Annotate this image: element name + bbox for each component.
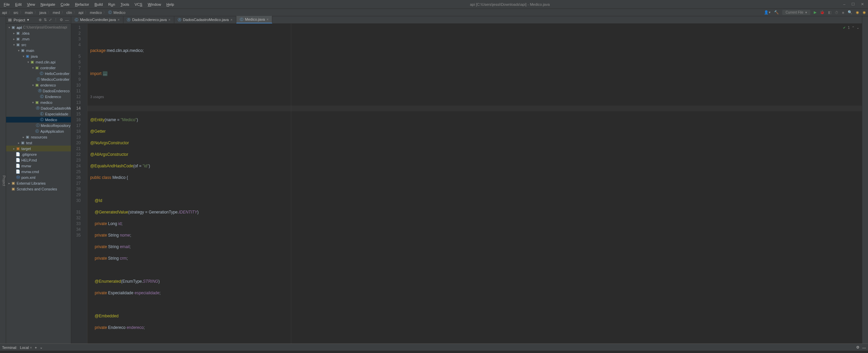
maximize-button[interactable]: ☐: [851, 2, 855, 6]
new-terminal-icon[interactable]: +: [35, 346, 37, 350]
user-icon[interactable]: 👤▾: [764, 10, 771, 15]
crumb[interactable]: med: [53, 11, 60, 15]
menu-window[interactable]: Window: [145, 1, 163, 7]
minimize-button[interactable]: –: [843, 2, 845, 6]
tree-node[interactable]: ⓇDadosEndereco: [6, 88, 71, 94]
sidebar-title: Project: [14, 18, 25, 22]
stop-icon[interactable]: ■: [842, 11, 844, 15]
menu-file[interactable]: File: [1, 1, 12, 7]
menu-tools[interactable]: Tools: [118, 1, 132, 7]
source-text[interactable]: ✔1⌃⌄ package med.clin.api.medico; import…: [87, 24, 862, 343]
crumb[interactable]: Medico: [113, 11, 125, 15]
tree-node[interactable]: ▸▣test: [6, 140, 71, 146]
tree-node[interactable]: ⒾMedicoRepository: [6, 123, 71, 128]
hide-icon[interactable]: —: [65, 18, 69, 22]
profile-icon[interactable]: ⏱: [835, 11, 839, 15]
menu-code[interactable]: Code: [58, 1, 72, 7]
collapse-icon[interactable]: ⤢: [49, 18, 52, 22]
build-icon[interactable]: 🔨: [774, 10, 779, 15]
close-icon[interactable]: ×: [267, 18, 269, 21]
close-button[interactable]: ✕: [861, 2, 864, 6]
debug-icon[interactable]: 🐞: [820, 10, 825, 15]
inspection-widget[interactable]: ✔1⌃⌄: [843, 25, 859, 31]
fold-gutter[interactable]: [83, 24, 87, 343]
tree-node[interactable]: ⒸEndereco: [6, 94, 71, 99]
tree-node[interactable]: ▾▣main: [6, 48, 71, 53]
menu-run[interactable]: Run: [106, 1, 117, 7]
tree-node-selected[interactable]: ⒸMedico: [6, 117, 71, 123]
search-icon[interactable]: 🔍: [848, 10, 852, 15]
terminal-settings-icon[interactable]: ⚙: [856, 345, 860, 350]
window-title: api [C:\Users\jessi\Downloads\api] - Med…: [176, 2, 843, 6]
terminal-hide-icon[interactable]: —: [862, 346, 866, 350]
tree-node[interactable]: ▾▣java: [6, 53, 71, 59]
tree-node[interactable]: 📄mvnw: [6, 163, 71, 169]
tree-node[interactable]: ▾▣endereco: [6, 82, 71, 88]
crumb[interactable]: api: [78, 11, 83, 15]
menu-view[interactable]: View: [25, 1, 38, 7]
tree-node[interactable]: ▣Scratches and Consoles: [6, 186, 71, 192]
settings-icon[interactable]: ◉: [856, 10, 859, 15]
run-icon[interactable]: ▶: [814, 10, 816, 15]
tree-node[interactable]: ▾▣controller: [6, 65, 71, 71]
tab[interactable]: ⓇDadosCadastroMedico.java×: [174, 16, 236, 23]
menu-refactor[interactable]: Refactor: [73, 1, 92, 7]
close-icon[interactable]: ×: [169, 18, 171, 22]
close-icon[interactable]: ×: [118, 18, 120, 22]
project-tool-button[interactable]: Project: [0, 16, 6, 343]
tree-node[interactable]: 📄.gitignore: [6, 151, 71, 157]
tree-node[interactable]: ▾▣med.clin.api: [6, 59, 71, 65]
tree-node[interactable]: ⒸMedicoController: [6, 76, 71, 82]
tree-node[interactable]: ⒸHelloController: [6, 71, 71, 76]
menu-navigate[interactable]: Navigate: [38, 1, 57, 7]
tree-node[interactable]: ▾▣src: [6, 42, 71, 48]
run-config-selector[interactable]: Current File▾: [782, 10, 810, 15]
navigation-bar: api〉 src〉 main〉 java〉 med〉 clin〉 api〉 me…: [0, 9, 868, 16]
tree-node[interactable]: ⒺEspecialidade: [6, 111, 71, 117]
crumb[interactable]: main: [25, 11, 33, 15]
title-bar: File Edit View Navigate Code Refactor Bu…: [0, 0, 868, 9]
code-editor[interactable]: 1234 56789101112131415161718192021222324…: [71, 24, 862, 343]
menu-vcs[interactable]: VCS: [132, 1, 145, 7]
toolbar-right: 👤▾ 🔨 Current File▾ ▶ 🐞 ◧ ⏱ ■ 🔍 ◉ ◉: [764, 10, 866, 15]
tree-node[interactable]: Ⓜpom.xml: [6, 174, 71, 180]
breadcrumb[interactable]: api〉 src〉 main〉 java〉 med〉 clin〉 api〉 me…: [2, 10, 125, 15]
tree-node[interactable]: ⒸApiApplication: [6, 128, 71, 134]
settings-icon[interactable]: ⚙: [60, 18, 63, 22]
notifications-icon[interactable]: ◉: [863, 10, 866, 15]
menu-edit[interactable]: Edit: [13, 1, 24, 7]
tab[interactable]: ⓇDadosEndereco.java×: [123, 16, 174, 23]
menu-build[interactable]: Build: [92, 1, 105, 7]
tree-node[interactable]: ▸▣.idea: [6, 30, 71, 36]
project-tree[interactable]: ▾▣api C:\Users\jessi\Downloads\api ▸▣.id…: [6, 24, 71, 343]
crumb[interactable]: java: [39, 11, 46, 15]
locate-icon[interactable]: ⊕: [39, 18, 42, 22]
tree-node[interactable]: 📄mvnw.cmd: [6, 169, 71, 174]
terminal-tab[interactable]: Local ×: [20, 346, 32, 350]
tree-node[interactable]: ▸▣resources: [6, 134, 71, 140]
tree-node[interactable]: ▸▣target: [6, 146, 71, 151]
expand-icon[interactable]: ⇅: [44, 18, 47, 22]
tree-root[interactable]: ▾▣api C:\Users\jessi\Downloads\api: [6, 24, 71, 30]
right-gutter: [862, 16, 868, 343]
terminal-dropdown-icon[interactable]: ⌄: [40, 345, 43, 350]
crumb[interactable]: src: [14, 11, 19, 15]
crumb[interactable]: clin: [66, 11, 72, 15]
crumb[interactable]: api: [2, 11, 7, 15]
sidebar-header: ▤Project▾ ⊕ ⇅ ⤢ ⋮ ⚙ —: [6, 16, 71, 24]
coverage-icon[interactable]: ◧: [828, 10, 831, 15]
menu-help[interactable]: Help: [164, 1, 177, 7]
tab[interactable]: ⒸMedicoController.java×: [71, 16, 123, 23]
tab-active[interactable]: ⒸMedico.java×: [236, 16, 273, 23]
tree-node[interactable]: ▸▣.mvn: [6, 36, 71, 42]
terminal-panel: Terminal: Local × + ⌄ ⚙ — Windows PowerS…: [0, 344, 868, 353]
tree-node[interactable]: ▸▣External Libraries: [6, 180, 71, 186]
close-icon[interactable]: ×: [231, 18, 233, 22]
tree-node[interactable]: 📄HELP.md: [6, 157, 71, 163]
terminal-output[interactable]: Windows PowerShell Copyright (C) Microso…: [0, 351, 868, 353]
crumb[interactable]: medico: [90, 11, 102, 15]
project-sidebar: ▤Project▾ ⊕ ⇅ ⤢ ⋮ ⚙ — ▾▣api C:\Users\jes…: [6, 16, 71, 343]
tree-node[interactable]: ▾▣medico: [6, 99, 71, 105]
tree-node[interactable]: ⓇDadosCadastroMedico: [6, 105, 71, 111]
options-icon[interactable]: ⋮: [54, 18, 58, 22]
